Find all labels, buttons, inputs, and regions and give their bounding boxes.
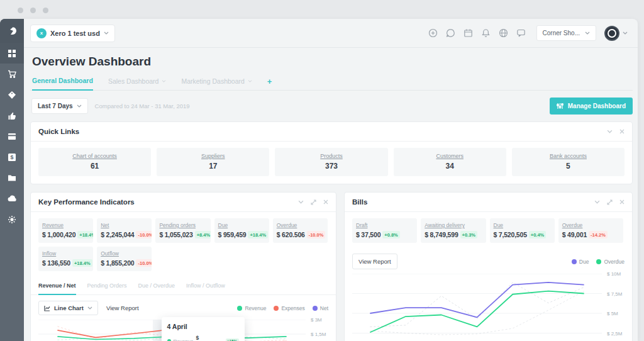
delta-badge: +18.4% xyxy=(248,231,268,238)
kpi-chart-controls: Line Chart View Report Revenue Expenses … xyxy=(31,295,336,318)
tab-sales-dashboard[interactable]: Sales Dashboard xyxy=(108,74,167,90)
sidebar-item-files[interactable] xyxy=(0,167,24,188)
chevron-down-icon xyxy=(162,80,166,82)
quick-link-bank-accounts[interactable]: Bank accounts xyxy=(512,153,625,159)
tab-pending-orders[interactable]: Pending Orders xyxy=(87,277,127,294)
window-close-button[interactable] xyxy=(18,8,23,13)
chart-type-select[interactable]: Line Chart xyxy=(38,301,98,315)
collapse-icon[interactable] xyxy=(607,130,613,133)
window-zoom-button[interactable] xyxy=(43,8,48,13)
dollar-box-icon: $ xyxy=(8,153,16,162)
bills-panel-title: Bills xyxy=(352,198,367,206)
delta-badge: -14.2% xyxy=(589,231,608,238)
date-range-select[interactable]: Last 7 Days xyxy=(31,98,88,114)
dashboard-icon xyxy=(8,49,16,58)
org-avatar: x xyxy=(36,28,47,38)
kpi-card-inflow: Inflow $ 136,550+18.4% xyxy=(38,247,93,271)
folder-icon xyxy=(8,174,16,182)
due-legend-dot xyxy=(572,259,577,264)
sidebar-item-settings[interactable] xyxy=(0,209,24,230)
add-icon[interactable] xyxy=(428,28,438,38)
quick-link-card: Customers 34 xyxy=(394,148,506,176)
sidebar-item-marketing[interactable] xyxy=(0,105,24,126)
quick-link-card: Products 373 xyxy=(275,148,387,176)
quick-link-suppliers[interactable]: Suppliers xyxy=(157,153,269,159)
kpi-cards: Revenue $ 1,000,420+18.4% Net $ 2,245,04… xyxy=(31,212,336,276)
collapse-icon[interactable] xyxy=(594,200,600,204)
window-minimize-button[interactable] xyxy=(30,8,36,13)
quick-link-products[interactable]: Products xyxy=(275,153,387,159)
close-icon[interactable] xyxy=(619,129,625,134)
globe-icon[interactable] xyxy=(499,28,508,38)
bills-legend: Due Overdue xyxy=(572,259,625,265)
org-switcher[interactable]: x Xero 1 test usd xyxy=(30,25,115,42)
svg-text:$: $ xyxy=(10,154,13,160)
add-dashboard-tab-button[interactable]: + xyxy=(267,77,272,86)
sidebar-item-products[interactable] xyxy=(0,84,24,105)
bills-trend-chart[interactable]: 1 Apr2 Apr3 Apr4 Apr5 Apr6 Apr7 Apr $ 10… xyxy=(345,272,632,341)
close-icon[interactable] xyxy=(619,199,625,204)
sliders-icon xyxy=(557,103,564,109)
delta-badge: +8.4% xyxy=(195,231,211,238)
app-frame: $ x Xero 1 test usd xyxy=(0,19,638,341)
store-selector-value: Corner Sho... xyxy=(543,30,580,36)
app-logo-icon[interactable] xyxy=(0,19,24,43)
kpi-card-outflow: Outflow $ 1,855,200-10.0% xyxy=(97,247,152,271)
overdue-legend-dot xyxy=(596,259,601,264)
chart-tooltip: 4 April Revenue $ 1,246,400+15% xyxy=(162,317,245,341)
delta-badge: +0.3% xyxy=(460,231,477,238)
view-report-button[interactable]: View Report xyxy=(104,301,142,315)
feedback-icon[interactable] xyxy=(516,28,526,38)
cloud-icon xyxy=(8,195,17,202)
quick-link-customers[interactable]: Customers xyxy=(394,153,506,159)
net-legend-dot xyxy=(313,306,318,311)
store-selector[interactable]: Corner Sho... xyxy=(536,25,596,41)
tab-general-dashboard[interactable]: General Dashboard xyxy=(32,73,93,91)
org-switcher-label: Xero 1 test usd xyxy=(50,30,100,37)
revenue-legend-dot xyxy=(237,306,242,311)
tab-inflow-outflow[interactable]: Inflow / Outflow xyxy=(186,277,225,294)
topbar: x Xero 1 test usd xyxy=(24,19,638,48)
chevron-down-icon xyxy=(87,306,92,310)
delta-badge: +0.8% xyxy=(382,231,399,238)
user-menu[interactable] xyxy=(604,26,628,41)
sidebar-item-orders[interactable] xyxy=(0,64,24,84)
bills-card-overdue: Overdue $ 49,001-14.2% xyxy=(558,218,623,243)
sidebar-item-dashboard[interactable] xyxy=(0,43,24,64)
kpi-card-due: Due $ 959,459+18.4% xyxy=(214,218,269,243)
sidebar-item-billing[interactable] xyxy=(0,126,24,147)
cart-icon xyxy=(8,70,17,79)
close-icon[interactable] xyxy=(323,199,328,204)
bell-icon[interactable] xyxy=(481,28,491,38)
kpi-trend-chart[interactable]: 4 April Revenue $ 1,246,400+15% xyxy=(31,318,336,341)
app-window: $ x Xero 1 test usd xyxy=(0,0,644,341)
calendar-icon[interactable] xyxy=(464,28,473,38)
bills-card-due: Due $ 7,520,505+0.4% xyxy=(490,218,555,243)
chevron-down-icon xyxy=(104,31,109,35)
bills-cards: Draft $ 37,500+0.8% Awaiting delivery $ … xyxy=(345,212,632,248)
bills-card-draft: Draft $ 37,500+0.8% xyxy=(352,218,417,243)
manage-dashboard-button[interactable]: Manage Dashboard xyxy=(550,98,633,115)
chevron-down-icon xyxy=(248,80,252,82)
sidebar: $ xyxy=(0,19,24,341)
y-axis-labels: $ 10M$ 7,5M$ 5M$ 2,5M$ 0 xyxy=(602,274,628,341)
quick-link-chart-of-accounts[interactable]: Chart of accounts xyxy=(38,153,151,159)
expand-icon[interactable] xyxy=(311,199,316,205)
expand-icon[interactable] xyxy=(607,199,613,205)
sidebar-item-sales[interactable]: $ xyxy=(0,147,24,167)
tab-marketing-dashboard[interactable]: Marketing Dashboard xyxy=(181,74,252,90)
collapse-icon[interactable] xyxy=(298,200,304,204)
view-report-button[interactable]: View Report xyxy=(352,254,397,269)
compare-period-label: Compared to 24 Mar - 31 Mar, 2019 xyxy=(95,103,190,109)
chevron-down-icon xyxy=(585,31,590,35)
avatar xyxy=(604,26,619,41)
quick-link-card: Bank accounts 5 xyxy=(512,148,625,176)
quick-link-card: Chart of accounts 61 xyxy=(38,148,151,176)
sidebar-item-integrations[interactable] xyxy=(0,188,24,209)
tab-revenue-net[interactable]: Revenue / Net xyxy=(38,277,76,295)
bills-card-awaiting-delivery: Awaiting delivery $ 8,749,599+0.3% xyxy=(421,218,486,243)
chat-icon[interactable] xyxy=(446,28,455,38)
kpi-card-pending-orders: Pending orders $ 1,055,023+8.4% xyxy=(155,218,210,243)
tab-due-overdue[interactable]: Due / Overdue xyxy=(138,277,175,294)
card-icon xyxy=(8,133,16,140)
